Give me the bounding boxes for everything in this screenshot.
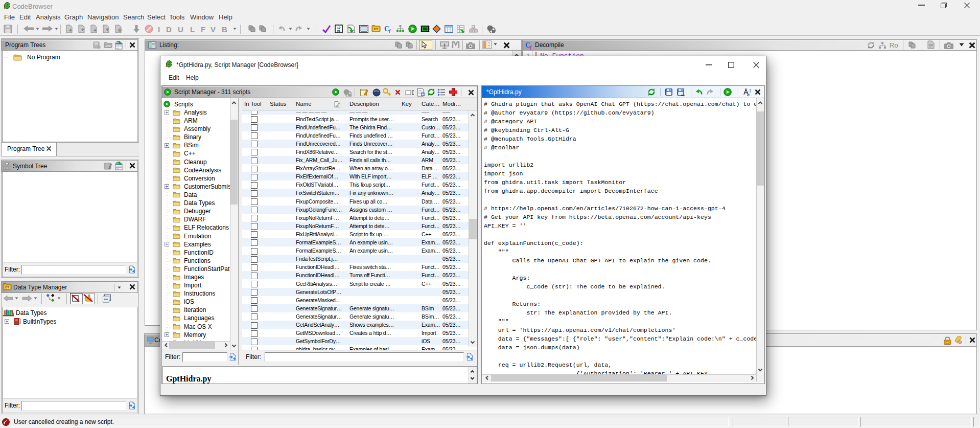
svg-text:01: 01 bbox=[337, 29, 341, 33]
svg-text:f: f bbox=[530, 44, 532, 50]
svg-text:DT: DT bbox=[374, 28, 378, 31]
svg-text:f: f bbox=[389, 28, 391, 33]
svg-text:a: a bbox=[747, 92, 750, 97]
svg-text:DT: DT bbox=[5, 286, 9, 289]
